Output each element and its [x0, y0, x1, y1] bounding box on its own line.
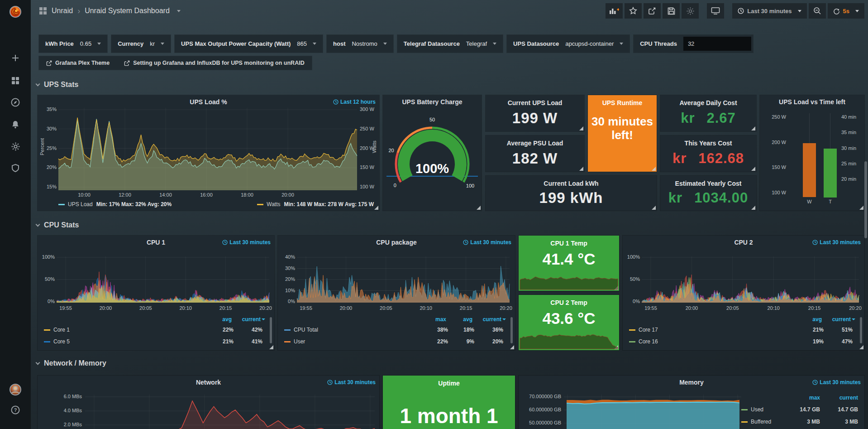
link-grafana-plex-theme[interactable]: Grafana Plex Theme — [39, 60, 117, 66]
dashboards-icon[interactable] — [0, 72, 31, 90]
legend-series-name[interactable]: Core 17 — [639, 327, 797, 333]
legend-col-avg[interactable]: avg — [205, 316, 232, 323]
legend-col-max[interactable]: max — [420, 316, 446, 323]
legend-scrollbar[interactable] — [860, 317, 862, 343]
explore-compass-icon[interactable] — [0, 93, 31, 111]
grafana-logo-icon[interactable] — [0, 2, 31, 22]
variable-ups-datasource[interactable]: UPS Datasource apcupsd-container — [507, 35, 630, 53]
section-cpu-stats[interactable]: CPU Stats — [36, 221, 79, 229]
legend-series-name[interactable]: Core 16 — [639, 338, 797, 345]
refresh-button[interactable]: 5s — [828, 3, 864, 19]
dashboard-settings-gear-icon[interactable] — [682, 3, 699, 19]
panel-time-range-link[interactable]: Last 30 minutes — [812, 239, 861, 246]
panel-resize-handle[interactable] — [652, 167, 656, 171]
stat-title[interactable]: Current Load kWh — [486, 180, 657, 187]
link-ups-monitoring-guide[interactable]: Setting up Grafana and InfluxDB for UPS … — [117, 60, 311, 66]
legend-col-current[interactable]: current — [829, 395, 858, 401]
panel-resize-handle[interactable] — [510, 345, 514, 349]
panel-time-range-link[interactable]: Last 30 minutes — [327, 379, 376, 386]
legend-series-name[interactable]: Used — [751, 406, 791, 413]
panel-title[interactable]: CPU 1 — [69, 239, 243, 246]
stat-title[interactable]: Current UPS Load — [486, 99, 584, 106]
panel-resize-handle[interactable] — [652, 206, 656, 210]
legend-scrollbar[interactable] — [510, 317, 513, 343]
stat-title[interactable]: UPS Runtime — [588, 99, 657, 106]
panel-time-range-link[interactable]: Last 30 minutes — [222, 239, 271, 246]
x-axis-tick: 20:20 — [255, 305, 277, 311]
bar-W[interactable] — [803, 143, 816, 197]
user-avatar[interactable] — [0, 381, 31, 399]
panel-resize-handle[interactable] — [751, 167, 755, 171]
panel-title[interactable]: Memory — [550, 379, 833, 386]
legend-col-current[interactable]: current — [472, 316, 501, 323]
section-ups-stats[interactable]: UPS Stats — [36, 81, 78, 89]
stat-title[interactable]: Estimated Yearly Cost — [660, 180, 756, 187]
panel-time-range-link[interactable]: Last 30 minutes — [463, 239, 511, 246]
time-range-picker[interactable]: Last 30 minutes — [732, 3, 806, 19]
panel-resize-handle[interactable] — [751, 206, 755, 210]
variable-kwh-price[interactable]: kWh Price 0.65 — [39, 35, 107, 53]
legend-series-name[interactable]: Watts — [267, 201, 280, 207]
share-button[interactable] — [644, 3, 661, 19]
legend-series-name[interactable]: User — [294, 338, 422, 345]
stat-title[interactable]: Average PSU Load — [486, 140, 584, 147]
section-network-memory[interactable]: Network / Memory — [36, 359, 106, 367]
variable-host[interactable]: host Nostromo — [327, 35, 393, 53]
panel-time-range-link[interactable]: Last 12 hours — [333, 99, 376, 105]
star-button[interactable] — [625, 3, 642, 19]
configuration-gear-icon[interactable] — [0, 137, 31, 155]
panel-resize-handle[interactable] — [859, 206, 863, 210]
zoom-out-button[interactable] — [809, 3, 826, 19]
legend-col-avg[interactable]: avg — [446, 316, 472, 323]
panel-time-range-link[interactable]: Last 30 minutes — [812, 379, 861, 386]
panel-title[interactable]: CPU 2 — [654, 239, 833, 246]
add-panel-button[interactable] — [606, 3, 623, 19]
variable-telegraf-datasource[interactable]: Telegraf Datasource Telegraf — [397, 35, 503, 53]
legend-col-current[interactable]: current — [822, 316, 851, 323]
bar-T[interactable] — [824, 149, 837, 198]
stat-title[interactable]: CPU 2 Temp — [519, 299, 619, 306]
panel-resize-handle[interactable] — [579, 167, 583, 171]
cpu-threads-input[interactable] — [683, 37, 751, 51]
create-plus-icon[interactable] — [0, 49, 31, 67]
page-title[interactable]: Unraid System Dashboard — [85, 7, 170, 15]
axis-tick: 50.000000 GB — [522, 420, 561, 425]
stat-title[interactable]: This Years Cost — [660, 140, 756, 147]
panel-title[interactable]: CPU package — [310, 239, 483, 246]
variable-ups-max-output[interactable]: UPS Max Output Power Capacity (Watt) 865 — [175, 35, 323, 53]
alerting-bell-icon[interactable] — [0, 116, 31, 134]
save-button[interactable] — [663, 3, 680, 19]
legend-series-name[interactable]: Buffered — [751, 419, 791, 425]
variable-currency[interactable]: Currency kr — [111, 35, 171, 53]
panel-title[interactable]: UPS Load vs Time left — [763, 98, 861, 106]
panel-resize-handle[interactable] — [751, 126, 755, 130]
legend-scrollbar[interactable] — [270, 317, 272, 343]
legend-col-avg[interactable]: avg — [796, 316, 822, 323]
variable-label: host — [333, 40, 345, 47]
breadcrumb-app[interactable]: Unraid — [52, 7, 73, 15]
legend-col-current[interactable]: current — [232, 316, 261, 323]
server-admin-shield-icon[interactable] — [0, 159, 31, 177]
tv-mode-button[interactable] — [707, 3, 724, 19]
stat-value: 30 minutes left! — [590, 115, 655, 142]
page-scrollbar[interactable] — [864, 161, 867, 238]
title-caret-icon[interactable] — [177, 10, 181, 12]
legend-series-name[interactable]: UPS Load — [68, 201, 93, 207]
legend-series-name[interactable]: CPU Total — [294, 327, 422, 333]
panel-title[interactable]: UPS Battery Charge — [387, 98, 477, 106]
legend-col-max[interactable]: max — [791, 395, 820, 401]
panel-resize-handle[interactable] — [269, 345, 273, 349]
stat-title[interactable]: Uptime — [383, 380, 515, 387]
help-icon[interactable]: ? — [0, 401, 31, 419]
legend-series-name[interactable]: Core 1 — [53, 327, 207, 333]
panel-resize-handle[interactable] — [374, 206, 378, 210]
stat-title[interactable]: Average Daily Cost — [660, 99, 756, 106]
panel-resize-handle[interactable] — [579, 126, 583, 130]
axis-tick: 10% — [279, 288, 295, 293]
panel-resize-handle[interactable] — [859, 345, 863, 349]
legend-series-name[interactable]: Core 5 — [53, 338, 207, 345]
panel-title[interactable]: UPS Load % — [69, 98, 348, 106]
panel-resize-handle[interactable] — [477, 206, 481, 210]
panel-title[interactable]: Network — [69, 379, 348, 386]
stat-title[interactable]: CPU 1 Temp — [519, 240, 619, 247]
